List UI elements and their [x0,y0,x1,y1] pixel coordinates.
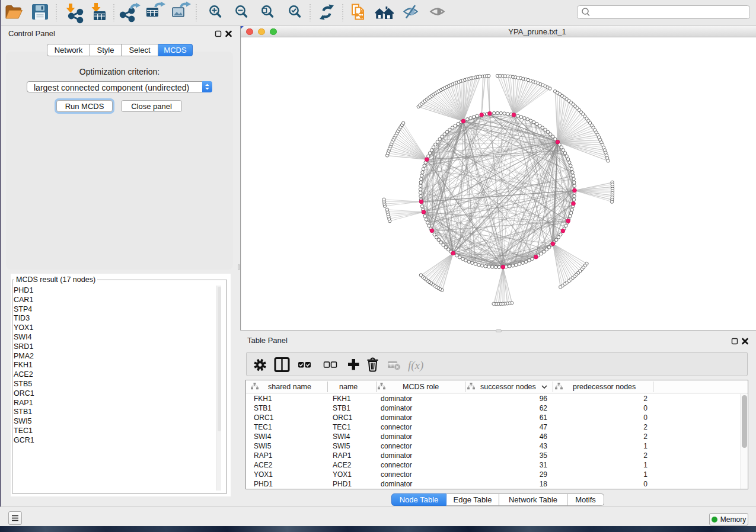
svg-text:f(x): f(x) [408,359,423,372]
